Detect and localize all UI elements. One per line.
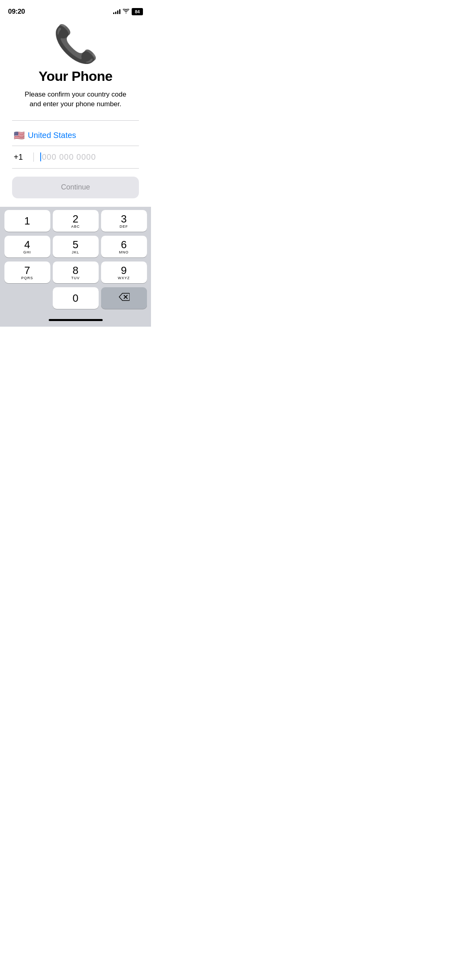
- delete-icon: [118, 292, 130, 304]
- country-code: +1: [14, 152, 34, 162]
- signal-icon: [113, 9, 120, 14]
- key-2[interactable]: 2 ABC: [53, 210, 99, 232]
- wifi-icon: [123, 9, 129, 15]
- phone-placeholder: 000 000 0000: [42, 152, 96, 162]
- flag-icon: 🇺🇸: [14, 130, 25, 141]
- keyboard-row-1: 1 2 ABC 3 DEF: [2, 210, 149, 232]
- phone-field-wrapper[interactable]: 000 000 0000: [34, 152, 137, 162]
- key-1[interactable]: 1: [4, 210, 50, 232]
- status-bar: 09:20 84: [0, 0, 151, 18]
- key-6[interactable]: 6 MNO: [101, 236, 147, 257]
- status-icons: 84: [113, 8, 143, 15]
- continue-button[interactable]: Continue: [12, 177, 139, 198]
- battery-icon: 84: [132, 8, 143, 15]
- page-title: Your Phone: [39, 68, 112, 84]
- top-divider: [12, 120, 139, 121]
- key-4[interactable]: 4 GHI: [4, 236, 50, 257]
- key-9[interactable]: 9 WXYZ: [101, 261, 147, 283]
- delete-button[interactable]: [101, 287, 147, 309]
- keyboard-row-3: 7 PQRS 8 TUV 9 WXYZ: [2, 261, 149, 283]
- phone-emoji-icon: 📞: [53, 26, 98, 62]
- text-cursor: [40, 152, 41, 161]
- status-time: 09:20: [8, 8, 25, 16]
- keyboard: 1 2 ABC 3 DEF 4 GHI 5 JKL 6 MNO 7 PQRS: [0, 207, 151, 327]
- home-bar: [49, 319, 103, 321]
- phone-input-row: +1 000 000 0000: [12, 146, 139, 168]
- keyboard-row-2: 4 GHI 5 JKL 6 MNO: [2, 236, 149, 257]
- main-content: 📞 Your Phone Please confirm your country…: [0, 18, 151, 198]
- country-selector[interactable]: 🇺🇸 United States: [12, 127, 139, 144]
- key-0[interactable]: 0: [53, 287, 99, 309]
- home-indicator: [2, 313, 149, 327]
- bottom-divider: [12, 168, 139, 169]
- svg-point-0: [126, 12, 126, 13]
- keyboard-row-4: 0: [2, 287, 149, 309]
- key-5[interactable]: 5 JKL: [53, 236, 99, 257]
- key-3[interactable]: 3 DEF: [101, 210, 147, 232]
- page-subtitle: Please confirm your country codeand ente…: [25, 90, 126, 109]
- key-8[interactable]: 8 TUV: [53, 261, 99, 283]
- key-7[interactable]: 7 PQRS: [4, 261, 50, 283]
- key-empty: [4, 287, 50, 309]
- country-name: United States: [28, 131, 76, 140]
